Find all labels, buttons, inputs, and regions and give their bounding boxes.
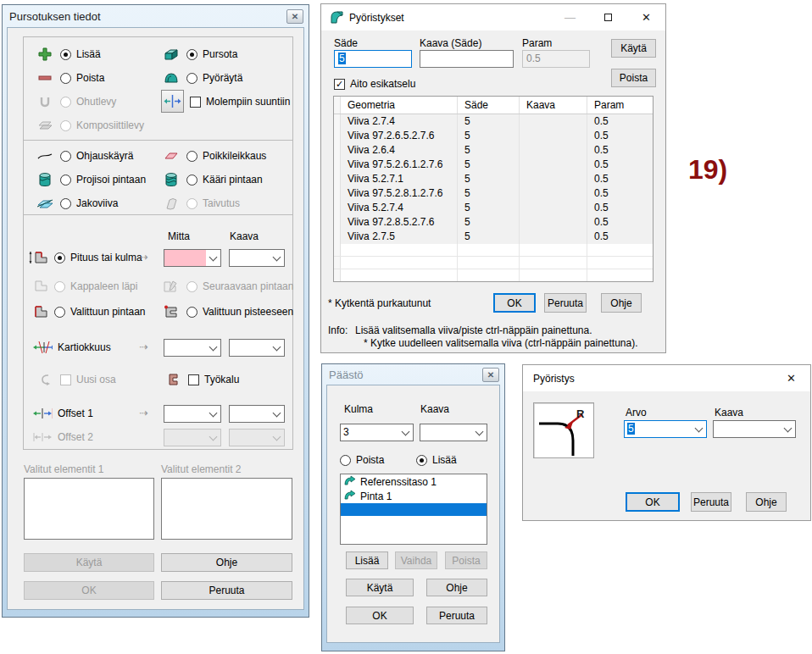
step-annotation: 19) [688, 154, 727, 186]
kartiokkuus-mitta-combo[interactable] [164, 339, 221, 357]
jakoviiva-radio[interactable] [60, 198, 71, 209]
ohjauskayra-radio[interactable] [60, 151, 71, 162]
lisaa-button[interactable]: Lisää [346, 551, 388, 569]
table-row[interactable]: Viiva 97.2.6.5.2.7.650.5 [334, 129, 653, 143]
arvo-combo[interactable]: 5 [624, 420, 707, 438]
poikkileikkaus-radio[interactable] [186, 151, 197, 162]
pursota-label: Pursota [203, 48, 237, 60]
peruuta-button[interactable]: Peruuta [426, 607, 487, 624]
peruuta-button[interactable]: Peruuta [161, 581, 292, 600]
param-input[interactable]: 0.5 [522, 50, 590, 68]
mitta-combo[interactable] [164, 249, 221, 267]
dialog-title-bar[interactable]: Pursotuksen tiedot ✕ [3, 5, 309, 27]
maximize-button[interactable] [589, 4, 627, 30]
ohje-button[interactable]: Ohje [161, 553, 292, 572]
pursota-radio[interactable] [186, 49, 197, 60]
offset2-mitta-combo[interactable] [164, 429, 221, 446]
poista-radio[interactable] [340, 455, 351, 466]
table-row[interactable]: Viiva 97.5.2.8.1.2.7.650.5 [334, 186, 653, 201]
table-row[interactable]: Viiva 5.2.7.450.5 [334, 201, 653, 215]
ok-button[interactable]: OK [24, 581, 154, 600]
through-all-icon [29, 280, 49, 293]
valitut-elementit-1-list[interactable] [24, 478, 154, 540]
list-item[interactable]: Pinta 1 [341, 489, 487, 503]
seuraavaan-radio[interactable] [186, 281, 197, 292]
list-item[interactable]: Referenssitaso 1 [341, 474, 487, 489]
close-icon[interactable]: ✕ [627, 4, 665, 30]
valittuun-pisteeseen-label: Valittuun pisteeseen [203, 306, 293, 318]
molempiin-checkbox[interactable] [190, 97, 201, 108]
vaihda-button[interactable]: Vaihda [395, 551, 437, 569]
peruuta-button[interactable]: Peruuta [691, 492, 731, 512]
poista-button[interactable]: Poista [445, 551, 487, 569]
table-row[interactable]: Viiva 97.5.2.6.1.2.7.650.5 [334, 158, 653, 172]
kulma-combo[interactable]: 3 [340, 424, 414, 441]
pyorayta-radio[interactable] [186, 73, 197, 84]
kayta-button[interactable]: Käytä [24, 553, 154, 572]
ok-button[interactable]: OK [626, 492, 680, 512]
close-icon[interactable]: ✕ [482, 368, 499, 382]
col-param[interactable]: Param [587, 97, 653, 114]
kaari-radio[interactable] [186, 175, 197, 186]
peruuta-button[interactable]: Peruuta [544, 293, 587, 313]
komposiittilevy-radio[interactable] [60, 120, 71, 131]
kaava-combo[interactable] [713, 420, 796, 438]
close-icon[interactable]: ✕ [286, 9, 303, 24]
ohje-button[interactable]: Ohje [746, 492, 787, 512]
pyorayta-label: Pyöräytä [203, 72, 242, 84]
ohje-button[interactable]: Ohje [601, 293, 642, 313]
valitut-elementit-2-list[interactable] [161, 478, 292, 540]
aito-esikatselu-checkbox[interactable]: ✓ [334, 79, 345, 90]
page-title: Päästö [329, 369, 363, 381]
pituus-radio[interactable] [54, 252, 65, 263]
poista-radio[interactable] [60, 73, 71, 84]
kayta-button[interactable]: Käytä [611, 39, 656, 58]
kaava-combo[interactable] [420, 424, 487, 441]
ok-button[interactable]: OK [346, 607, 414, 624]
lisaa-radio[interactable] [60, 49, 71, 60]
offset1-mitta-combo[interactable] [164, 405, 221, 423]
dialog-title-bar[interactable]: Pyöristykset — ✕ [321, 4, 665, 30]
lisaa-label: Lisää [432, 454, 457, 466]
table-empty-row [334, 257, 653, 269]
table-empty-row [334, 244, 653, 257]
table-row[interactable]: Viiva 97.2.8.5.2.7.650.5 [334, 215, 653, 230]
lisaa-radio[interactable] [416, 455, 427, 466]
page-title: Pursotuksen tiedot [9, 10, 101, 23]
kaava-sade-input[interactable] [420, 50, 514, 68]
valittuun-pintaan-radio[interactable] [54, 307, 65, 318]
revolve-icon [161, 72, 181, 84]
taivutus-radio[interactable] [186, 198, 197, 209]
dialog-title-bar[interactable]: Päästö ✕ [322, 364, 504, 385]
option-poikkileikkaus: Poikkileikkaus [161, 147, 266, 164]
poista-button[interactable]: Poista [611, 69, 656, 87]
table-row[interactable]: Viiva 2.7.550.5 [334, 230, 653, 244]
close-icon[interactable]: ✕ [772, 365, 810, 391]
projisoi-radio[interactable] [60, 175, 71, 186]
selected-list-row[interactable] [341, 503, 487, 516]
offset1-kaava-combo[interactable] [229, 405, 285, 423]
kaava-combo[interactable] [229, 249, 285, 267]
offset2-kaava-combo[interactable] [229, 429, 285, 446]
ohje-button[interactable]: Ohje [426, 579, 487, 596]
draft-elements-list[interactable]: Referenssitaso 1 Pinta 1 [340, 474, 487, 545]
dialog-title-bar[interactable]: Pyöristys ✕ [523, 365, 810, 391]
kartiokkuus-kaava-combo[interactable] [229, 339, 285, 357]
kappaleen-radio[interactable] [54, 281, 65, 292]
col-geometria[interactable]: Geometria [341, 97, 458, 114]
col-kaava[interactable]: Kaava [520, 97, 587, 114]
table-row[interactable]: Viiva 2.7.450.5 [334, 114, 653, 129]
col-sade[interactable]: Säde [458, 97, 520, 114]
ohutlevy-radio[interactable] [60, 97, 71, 108]
uusi-osa-checkbox[interactable] [60, 374, 71, 385]
table-row[interactable]: Viiva 2.6.450.5 [334, 143, 653, 158]
tyokalu-checkbox[interactable] [188, 374, 199, 385]
kayta-button[interactable]: Käytä [346, 579, 414, 596]
ok-button[interactable]: OK [493, 293, 536, 313]
table-row[interactable]: Viiva 5.2.7.150.5 [334, 172, 653, 186]
valittuun-pisteeseen-radio[interactable] [186, 307, 197, 318]
option-pyorayta: Pyöräytä [161, 69, 242, 86]
minimize-button[interactable]: — [551, 4, 589, 30]
sade-input[interactable]: 5 [334, 50, 412, 68]
minus-icon [35, 71, 55, 85]
